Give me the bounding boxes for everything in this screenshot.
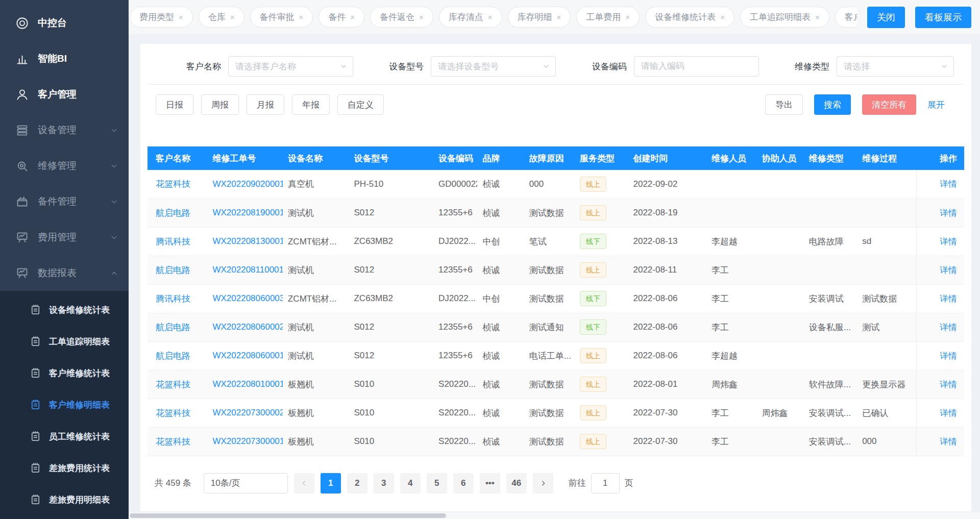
tab[interactable]: 工单费用× (576, 7, 640, 28)
customer-link[interactable]: 航启电路 (156, 265, 190, 275)
horizontal-scrollbar[interactable] (129, 512, 980, 519)
filter-select[interactable]: 请选择 (837, 56, 954, 77)
sidebar-item[interactable]: 维修管理 (0, 148, 129, 184)
customer-link[interactable]: 花篮科技 (156, 408, 190, 418)
expand-toggle[interactable]: 展开 (927, 99, 955, 111)
detail-link[interactable]: 详情 (940, 408, 957, 418)
tab[interactable]: 库存明细× (508, 7, 571, 28)
tab-close-icon[interactable]: × (179, 13, 183, 21)
order-link[interactable]: WX202208060001 (212, 351, 283, 360)
sidebar-subitem[interactable]: 客户维修统计表 (0, 357, 129, 389)
tab-close-icon[interactable]: × (815, 13, 820, 21)
customer-link[interactable]: 花篮科技 (156, 380, 190, 389)
order-link[interactable]: WX202208060003 (212, 293, 283, 303)
page-button[interactable]: 2 (347, 473, 368, 493)
cell-repairer: 李超越 (706, 341, 756, 370)
sidebar-item[interactable]: 客户管理 (0, 77, 129, 112)
page-button[interactable]: 46 (506, 473, 527, 493)
sidebar-subitem[interactable]: 客户维修明细表 (0, 389, 129, 421)
customer-link[interactable]: 航启电路 (156, 208, 190, 218)
report-range-button[interactable]: 月报 (247, 94, 284, 115)
filter-select[interactable]: 请选择客户名称 (228, 56, 353, 77)
order-link[interactable]: WX202208010001 (212, 379, 283, 389)
tab-close-icon[interactable]: × (299, 13, 304, 21)
order-link[interactable]: WX202207300001 (212, 436, 283, 446)
tab[interactable]: 客户维修统计表× (835, 7, 857, 28)
tab[interactable]: 设备维修统计表× (645, 7, 734, 28)
clear-all-button[interactable]: 清空所有 (862, 94, 916, 115)
sidebar-subitem[interactable]: 差旅费用明细表 (0, 484, 129, 515)
customer-link[interactable]: 航启电路 (156, 323, 190, 332)
tab[interactable]: 仓库× (199, 7, 244, 28)
sidebar-item[interactable]: 数据报表 (0, 255, 129, 291)
prev-page-button[interactable] (294, 473, 314, 493)
customer-link[interactable]: 航启电路 (156, 351, 190, 361)
page-ellipsis[interactable]: ••• (480, 473, 500, 493)
order-link[interactable]: WX202208060002 (212, 322, 283, 332)
detail-link[interactable]: 详情 (940, 208, 957, 218)
detail-link[interactable]: 详情 (940, 351, 957, 361)
filter-select[interactable]: 请选择设备型号 (431, 56, 556, 77)
customer-link[interactable]: 腾讯科技 (156, 237, 190, 246)
order-link[interactable]: WX202208130001 (212, 236, 283, 246)
tab[interactable]: 费用类型× (130, 7, 193, 28)
page-size-select[interactable]: 10条/页 (204, 473, 288, 493)
order-link[interactable]: WX202208190001 (212, 208, 283, 217)
tab[interactable]: 库存清点× (439, 7, 502, 28)
export-button[interactable]: 导出 (765, 94, 803, 115)
tab-close-icon[interactable]: × (350, 13, 355, 21)
report-range-button[interactable]: 周报 (201, 94, 239, 115)
next-page-button[interactable] (533, 473, 553, 493)
sidebar-item[interactable]: 设备管理 (0, 112, 129, 148)
detail-link[interactable]: 详情 (940, 294, 957, 304)
order-link[interactable]: WX202207300002 (212, 408, 283, 417)
report-range-button[interactable]: 自定义 (337, 94, 384, 115)
sidebar-item-label: 备件管理 (38, 195, 77, 208)
sidebar-subitem[interactable]: 员工维修统计表 (0, 421, 129, 452)
cell-customer: 航启电路 (148, 256, 207, 284)
sidebar-subitem[interactable]: 差旅费用统计表 (0, 452, 129, 484)
sidebar-subitem[interactable]: 工单追踪明细表 (0, 326, 129, 357)
customer-link[interactable]: 腾讯科技 (156, 294, 190, 304)
app-root: 中控台智能BI客户管理设备管理维修管理备件管理费用管理数据报表 设备维修统计表工… (0, 0, 980, 519)
scrollbar-thumb[interactable] (130, 513, 446, 518)
page-button[interactable]: 4 (400, 473, 421, 493)
page-button[interactable]: 5 (427, 473, 447, 493)
sidebar-item-label: 费用管理 (38, 231, 77, 244)
order-link[interactable]: WX202208110001 (212, 265, 283, 275)
sidebar-item[interactable]: 中控台 (0, 5, 129, 41)
detail-link[interactable]: 详情 (940, 265, 957, 275)
detail-link[interactable]: 详情 (940, 323, 957, 332)
search-button[interactable]: 搜索 (814, 94, 851, 115)
tab[interactable]: 备件× (318, 7, 364, 28)
tab-close-icon[interactable]: × (720, 13, 725, 21)
tab[interactable]: 备件审批× (250, 7, 313, 28)
tab[interactable]: 工单追踪明细表× (740, 7, 829, 28)
tab-close-icon[interactable]: × (230, 13, 235, 21)
tab-close-icon[interactable]: × (625, 13, 630, 21)
customer-link[interactable]: 花篮科技 (156, 437, 190, 447)
detail-link[interactable]: 详情 (940, 437, 957, 447)
report-range-button[interactable]: 年报 (292, 94, 330, 115)
detail-link[interactable]: 详情 (940, 380, 957, 389)
order-link[interactable]: WX202209020001 (212, 179, 283, 189)
customer-link[interactable]: 花篮科技 (156, 179, 190, 189)
detail-link[interactable]: 详情 (940, 237, 957, 246)
board-display-button[interactable]: 看板展示 (915, 7, 971, 28)
page-button[interactable]: 6 (453, 473, 474, 493)
goto-page-input[interactable] (591, 473, 620, 493)
detail-link[interactable]: 详情 (940, 179, 957, 189)
filter-input[interactable] (641, 61, 741, 71)
tab-close-icon[interactable]: × (419, 13, 424, 21)
sidebar-item[interactable]: 费用管理 (0, 219, 129, 255)
sidebar-item[interactable]: 备件管理 (0, 184, 129, 219)
sidebar-subitem[interactable]: 设备维修统计表 (0, 294, 129, 326)
page-button[interactable]: 1 (321, 473, 341, 493)
tab-close-icon[interactable]: × (557, 13, 561, 21)
tab-close-icon[interactable]: × (488, 13, 493, 21)
sidebar-item[interactable]: 智能BI (0, 41, 129, 77)
page-button[interactable]: 3 (374, 473, 394, 493)
tab[interactable]: 备件返仓× (370, 7, 433, 28)
close-button[interactable]: 关闭 (867, 7, 905, 28)
report-range-button[interactable]: 日报 (156, 94, 193, 115)
